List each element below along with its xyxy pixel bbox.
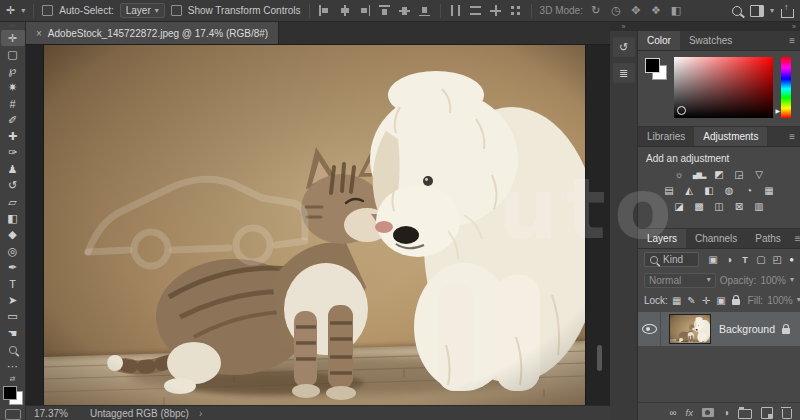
orbit-3d-icon[interactable]: ↻ xyxy=(589,4,603,18)
curves-icon[interactable]: ◩ xyxy=(712,168,727,181)
foreground-color-swatch-small[interactable] xyxy=(645,58,660,73)
quick-selection-tool[interactable]: ✷ xyxy=(1,79,25,95)
gradient-tool[interactable]: ◧ xyxy=(1,210,25,226)
properties-panel-icon[interactable]: ≣ xyxy=(613,63,635,83)
posterize-icon[interactable]: ▩ xyxy=(692,200,707,213)
move-tool[interactable]: ✛ xyxy=(1,30,25,46)
color-balance-icon[interactable]: ◭ xyxy=(682,184,697,197)
document-tab[interactable]: × AdobeStock_145722872.jpeg @ 17.4% (RGB… xyxy=(26,22,279,44)
swap-colors-icon[interactable]: ⇄ xyxy=(10,374,16,383)
hand-tool[interactable]: ☚ xyxy=(1,325,25,341)
fill-value[interactable]: 100% xyxy=(767,295,793,306)
filter-toggle-icon[interactable]: ● xyxy=(789,255,794,264)
document-profile-info[interactable]: Untagged RGB (8bpc) xyxy=(90,408,189,419)
auto-select-checkbox[interactable] xyxy=(42,5,53,16)
black-and-white-icon[interactable]: ◧ xyxy=(702,184,717,197)
blur-tool[interactable]: ◆ xyxy=(1,227,25,243)
crop-tool[interactable]: # xyxy=(1,96,25,112)
delete-layer-icon[interactable] xyxy=(782,409,792,419)
photo-filter-icon[interactable]: ◍ xyxy=(722,184,737,197)
color-swatches-control[interactable] xyxy=(3,386,23,405)
threshold-icon[interactable]: ◫ xyxy=(712,200,727,213)
dodge-tool[interactable]: ◎ xyxy=(1,243,25,259)
filter-adjustment-icon[interactable]: ◑ xyxy=(723,254,735,265)
rectangle-tool[interactable]: ▭ xyxy=(1,309,25,325)
lock-position-icon[interactable]: ✛ xyxy=(702,295,710,306)
add-layer-mask-icon[interactable] xyxy=(702,408,714,417)
layer-style-icon[interactable]: fx xyxy=(686,407,693,418)
path-selection-tool[interactable]: ➤ xyxy=(1,292,25,308)
panel-menu-icon[interactable]: ≡ xyxy=(784,127,800,146)
tab-adjustments[interactable]: Adjustments xyxy=(694,127,767,146)
align-bottom-edges-icon[interactable] xyxy=(418,4,432,18)
filter-smart-object-icon[interactable]: ◰ xyxy=(771,254,783,265)
zoom-level-field[interactable]: 17.37% xyxy=(34,408,68,419)
tab-color[interactable]: Color xyxy=(638,31,680,50)
saturation-brightness-field[interactable] xyxy=(674,57,773,118)
tab-libraries[interactable]: Libraries xyxy=(638,127,694,146)
layer-name[interactable]: Background xyxy=(719,323,775,335)
levels-icon[interactable]: ▄▆▂ xyxy=(692,168,707,181)
panel-menu-icon[interactable]: ≡ xyxy=(784,31,800,50)
blend-mode-dropdown[interactable]: Normal ▾ xyxy=(644,273,716,288)
color-panel-swatches[interactable] xyxy=(645,58,667,80)
distribute-vertical-icon[interactable] xyxy=(469,4,483,18)
clone-stamp-tool[interactable]: ♟ xyxy=(1,161,25,177)
lock-all-icon[interactable] xyxy=(732,299,740,305)
drag-3d-icon[interactable]: ✥ xyxy=(629,4,643,18)
camera-3d-icon[interactable]: ◧ xyxy=(669,4,683,18)
canvas-scrollbar[interactable] xyxy=(597,345,602,371)
history-panel-icon[interactable]: ↺ xyxy=(613,37,635,57)
gradient-map-icon[interactable]: ▥ xyxy=(752,200,767,213)
dock-collapse-chevrons[interactable]: » xyxy=(610,22,637,31)
lock-artboard-icon[interactable]: ▣ xyxy=(716,295,725,306)
align-top-edges-icon[interactable] xyxy=(378,4,392,18)
align-left-edges-icon[interactable] xyxy=(318,4,332,18)
slide-3d-icon[interactable]: ❖ xyxy=(649,4,663,18)
search-icon[interactable] xyxy=(730,4,744,18)
opacity-value[interactable]: 100% xyxy=(760,275,786,286)
filter-shape-icon[interactable]: ▢ xyxy=(755,254,767,265)
layer-row-background[interactable]: Background xyxy=(638,312,800,346)
history-brush-tool[interactable]: ↺ xyxy=(1,178,25,194)
invert-icon[interactable]: ◪ xyxy=(672,200,687,213)
foreground-color-swatch[interactable] xyxy=(3,386,17,400)
channel-mixer-icon[interactable]: ◔ xyxy=(742,184,757,197)
brush-tool[interactable]: ✑ xyxy=(1,145,25,161)
tab-channels[interactable]: Channels xyxy=(686,229,746,248)
opacity-chevron-icon[interactable]: ▾ xyxy=(790,276,794,284)
eyedropper-tool[interactable]: ✐ xyxy=(1,112,25,128)
panel-dock-collapse-chevrons[interactable]: » xyxy=(638,22,800,31)
lock-image-icon[interactable]: ✎ xyxy=(687,295,695,306)
roll-3d-icon[interactable]: ◷ xyxy=(609,4,623,18)
tab-layers[interactable]: Layers xyxy=(638,229,686,248)
align-horizontal-centers-icon[interactable] xyxy=(338,4,352,18)
toolbar-grip[interactable]: ⋯ xyxy=(9,22,16,30)
color-lookup-icon[interactable]: ▦ xyxy=(762,184,777,197)
spot-healing-brush-tool[interactable]: ✚ xyxy=(1,128,25,144)
type-tool[interactable]: T xyxy=(1,276,25,292)
color-picker-ring[interactable] xyxy=(677,106,686,115)
canvas-area[interactable] xyxy=(26,45,610,405)
distribute-spacing-icon[interactable] xyxy=(489,4,503,18)
align-vertical-centers-icon[interactable] xyxy=(398,4,412,18)
hue-saturation-icon[interactable]: ▤ xyxy=(662,184,677,197)
move-tool-preset-chevron-icon[interactable]: ▾ xyxy=(21,7,25,15)
auto-select-target-dropdown[interactable]: Layer ▾ xyxy=(120,3,165,18)
eraser-tool[interactable]: ▱ xyxy=(1,194,25,210)
selective-color-icon[interactable]: ⊠ xyxy=(732,200,747,213)
new-adjustment-layer-icon[interactable]: ◑ xyxy=(723,407,729,418)
rectangular-marquee-tool[interactable]: ▢ xyxy=(1,46,25,62)
hue-slider-pointer[interactable]: ▶ xyxy=(775,107,780,114)
zoom-tool[interactable] xyxy=(1,341,25,357)
tab-paths[interactable]: Paths xyxy=(746,229,790,248)
layer-thumbnail[interactable] xyxy=(669,314,711,344)
workspace-chevron-icon[interactable]: ▾ xyxy=(770,7,774,15)
move-tool-icon[interactable]: ✛ xyxy=(6,4,15,17)
brightness-contrast-icon[interactable]: ☼ xyxy=(672,168,687,181)
layer-visibility-cell[interactable] xyxy=(638,312,661,346)
link-layers-icon[interactable]: ∞ xyxy=(669,407,676,418)
share-icon[interactable] xyxy=(780,4,794,18)
new-group-icon[interactable] xyxy=(738,409,752,419)
close-tab-icon[interactable]: × xyxy=(36,28,42,39)
